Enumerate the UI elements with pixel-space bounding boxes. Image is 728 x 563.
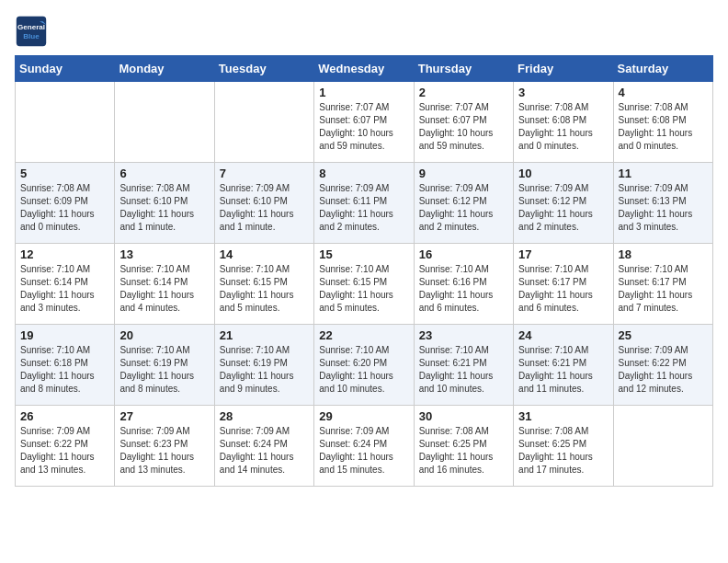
day-info: Sunrise: 7:10 AM Sunset: 6:14 PM Dayligh… [119, 263, 209, 315]
weekday-sunday: Sunday [16, 56, 115, 82]
calendar-cell: 2Sunrise: 7:07 AM Sunset: 6:07 PM Daylig… [414, 82, 513, 163]
week-row-1: 1Sunrise: 7:07 AM Sunset: 6:07 PM Daylig… [16, 82, 713, 163]
calendar-cell: 19Sunrise: 7:10 AM Sunset: 6:18 PM Dayli… [16, 325, 115, 406]
day-info: Sunrise: 7:09 AM Sunset: 6:24 PM Dayligh… [319, 425, 408, 477]
day-number: 8 [319, 167, 408, 180]
day-number: 23 [419, 328, 508, 342]
calendar-cell: 12Sunrise: 7:10 AM Sunset: 6:14 PM Dayli… [16, 244, 115, 325]
calendar-cell: 1Sunrise: 7:07 AM Sunset: 6:07 PM Daylig… [314, 82, 414, 163]
calendar-body: 1Sunrise: 7:07 AM Sunset: 6:07 PM Daylig… [16, 82, 713, 487]
day-number: 16 [419, 247, 508, 261]
day-number: 20 [119, 328, 209, 342]
calendar-cell: 6Sunrise: 7:08 AM Sunset: 6:10 PM Daylig… [115, 163, 214, 244]
day-number: 21 [220, 328, 309, 342]
calendar-cell: 9Sunrise: 7:09 AM Sunset: 6:12 PM Daylig… [414, 163, 513, 244]
calendar-cell: 8Sunrise: 7:09 AM Sunset: 6:11 PM Daylig… [314, 163, 414, 244]
calendar-cell: 26Sunrise: 7:09 AM Sunset: 6:22 PM Dayli… [16, 406, 115, 487]
day-number: 5 [20, 167, 109, 180]
svg-text:Blue: Blue [23, 32, 40, 40]
day-info: Sunrise: 7:09 AM Sunset: 6:10 PM Dayligh… [220, 182, 309, 234]
day-info: Sunrise: 7:10 AM Sunset: 6:21 PM Dayligh… [518, 344, 608, 396]
day-number: 22 [319, 328, 408, 342]
day-number: 18 [619, 247, 708, 261]
day-number: 31 [518, 409, 608, 423]
day-number: 30 [419, 409, 508, 423]
day-info: Sunrise: 7:10 AM Sunset: 6:15 PM Dayligh… [220, 263, 309, 315]
calendar-table: SundayMondayTuesdayWednesdayThursdayFrid… [15, 55, 713, 487]
calendar-cell: 7Sunrise: 7:09 AM Sunset: 6:10 PM Daylig… [214, 163, 313, 244]
day-info: Sunrise: 7:09 AM Sunset: 6:13 PM Dayligh… [619, 182, 708, 234]
day-number: 2 [419, 86, 508, 99]
day-number: 17 [518, 247, 608, 261]
day-info: Sunrise: 7:09 AM Sunset: 6:23 PM Dayligh… [119, 425, 209, 477]
day-info: Sunrise: 7:08 AM Sunset: 6:09 PM Dayligh… [20, 182, 109, 234]
day-info: Sunrise: 7:07 AM Sunset: 6:07 PM Dayligh… [419, 101, 508, 153]
calendar-cell: 11Sunrise: 7:09 AM Sunset: 6:13 PM Dayli… [613, 163, 712, 244]
logo-icon: General Blue [15, 15, 48, 48]
calendar-cell: 17Sunrise: 7:10 AM Sunset: 6:17 PM Dayli… [514, 244, 613, 325]
calendar-cell [16, 82, 115, 163]
day-info: Sunrise: 7:08 AM Sunset: 6:25 PM Dayligh… [419, 425, 508, 477]
calendar-cell: 13Sunrise: 7:10 AM Sunset: 6:14 PM Dayli… [115, 244, 214, 325]
calendar-cell: 27Sunrise: 7:09 AM Sunset: 6:23 PM Dayli… [115, 406, 214, 487]
day-info: Sunrise: 7:10 AM Sunset: 6:19 PM Dayligh… [220, 344, 309, 396]
calendar-cell: 5Sunrise: 7:08 AM Sunset: 6:09 PM Daylig… [16, 163, 115, 244]
day-number: 9 [419, 167, 508, 180]
day-info: Sunrise: 7:09 AM Sunset: 6:12 PM Dayligh… [518, 182, 608, 234]
weekday-saturday: Saturday [613, 56, 712, 82]
calendar-cell: 3Sunrise: 7:08 AM Sunset: 6:08 PM Daylig… [514, 82, 613, 163]
day-info: Sunrise: 7:09 AM Sunset: 6:22 PM Dayligh… [20, 425, 109, 477]
day-number: 24 [518, 328, 608, 342]
day-info: Sunrise: 7:09 AM Sunset: 6:22 PM Dayligh… [619, 344, 708, 396]
day-info: Sunrise: 7:10 AM Sunset: 6:20 PM Dayligh… [319, 344, 408, 396]
day-info: Sunrise: 7:10 AM Sunset: 6:18 PM Dayligh… [20, 344, 109, 396]
day-number: 11 [619, 167, 708, 180]
day-info: Sunrise: 7:09 AM Sunset: 6:12 PM Dayligh… [419, 182, 508, 234]
calendar-cell [613, 406, 712, 487]
day-info: Sunrise: 7:09 AM Sunset: 6:24 PM Dayligh… [220, 425, 309, 477]
weekday-header-row: SundayMondayTuesdayWednesdayThursdayFrid… [16, 56, 713, 82]
day-number: 12 [20, 247, 109, 261]
calendar-cell: 31Sunrise: 7:08 AM Sunset: 6:25 PM Dayli… [514, 406, 613, 487]
calendar-cell: 24Sunrise: 7:10 AM Sunset: 6:21 PM Dayli… [514, 325, 613, 406]
weekday-monday: Monday [115, 56, 214, 82]
day-info: Sunrise: 7:10 AM Sunset: 6:17 PM Dayligh… [619, 263, 708, 315]
svg-text:General: General [17, 23, 45, 31]
day-info: Sunrise: 7:10 AM Sunset: 6:21 PM Dayligh… [419, 344, 508, 396]
day-number: 1 [319, 86, 408, 99]
day-info: Sunrise: 7:07 AM Sunset: 6:07 PM Dayligh… [319, 101, 408, 153]
logo: General Blue [15, 15, 53, 48]
weekday-thursday: Thursday [414, 56, 513, 82]
page-header: General Blue [15, 15, 713, 48]
calendar-cell [115, 82, 214, 163]
calendar-cell: 15Sunrise: 7:10 AM Sunset: 6:15 PM Dayli… [314, 244, 414, 325]
day-number: 6 [119, 167, 209, 180]
calendar-cell: 28Sunrise: 7:09 AM Sunset: 6:24 PM Dayli… [214, 406, 313, 487]
day-number: 27 [119, 409, 209, 423]
calendar-cell: 10Sunrise: 7:09 AM Sunset: 6:12 PM Dayli… [514, 163, 613, 244]
day-info: Sunrise: 7:08 AM Sunset: 6:10 PM Dayligh… [119, 182, 209, 234]
day-number: 14 [220, 247, 309, 261]
calendar-cell: 20Sunrise: 7:10 AM Sunset: 6:19 PM Dayli… [115, 325, 214, 406]
week-row-3: 12Sunrise: 7:10 AM Sunset: 6:14 PM Dayli… [16, 244, 713, 325]
day-number: 7 [220, 167, 309, 180]
weekday-tuesday: Tuesday [214, 56, 313, 82]
day-number: 13 [119, 247, 209, 261]
day-info: Sunrise: 7:09 AM Sunset: 6:11 PM Dayligh… [319, 182, 408, 234]
week-row-5: 26Sunrise: 7:09 AM Sunset: 6:22 PM Dayli… [16, 406, 713, 487]
day-info: Sunrise: 7:10 AM Sunset: 6:14 PM Dayligh… [20, 263, 109, 315]
day-number: 10 [518, 167, 608, 180]
day-info: Sunrise: 7:10 AM Sunset: 6:16 PM Dayligh… [419, 263, 508, 315]
calendar-cell: 30Sunrise: 7:08 AM Sunset: 6:25 PM Dayli… [414, 406, 513, 487]
weekday-friday: Friday [514, 56, 613, 82]
calendar-cell [214, 82, 313, 163]
day-info: Sunrise: 7:08 AM Sunset: 6:08 PM Dayligh… [518, 101, 608, 153]
day-info: Sunrise: 7:10 AM Sunset: 6:15 PM Dayligh… [319, 263, 408, 315]
calendar-cell: 16Sunrise: 7:10 AM Sunset: 6:16 PM Dayli… [414, 244, 513, 325]
week-row-2: 5Sunrise: 7:08 AM Sunset: 6:09 PM Daylig… [16, 163, 713, 244]
calendar-cell: 18Sunrise: 7:10 AM Sunset: 6:17 PM Dayli… [613, 244, 712, 325]
day-number: 19 [20, 328, 109, 342]
calendar-cell: 22Sunrise: 7:10 AM Sunset: 6:20 PM Dayli… [314, 325, 414, 406]
day-info: Sunrise: 7:10 AM Sunset: 6:19 PM Dayligh… [119, 344, 209, 396]
day-number: 25 [619, 328, 708, 342]
